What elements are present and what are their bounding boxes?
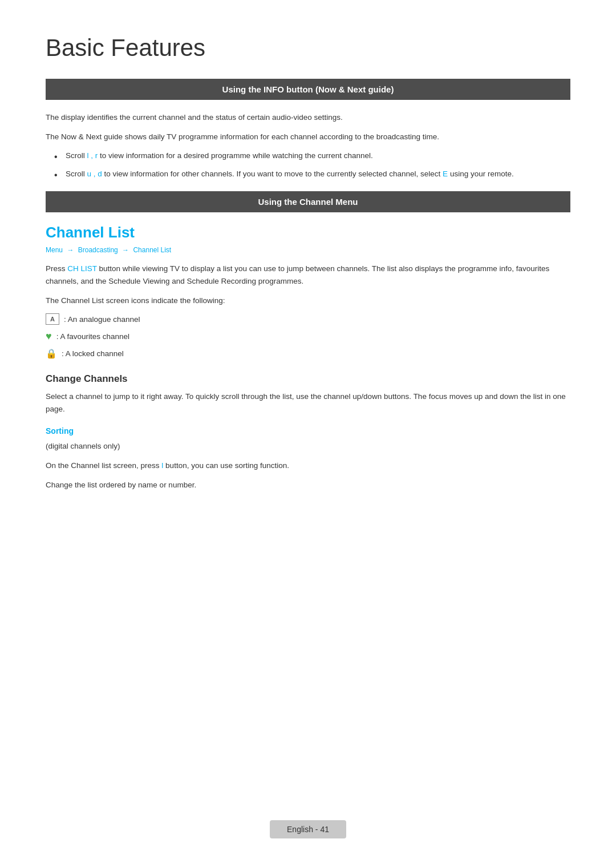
sorting-para2: Change the list ordered by name or numbe…	[46, 479, 570, 491]
change-channels-para: Select a channel to jump to it right awa…	[46, 390, 570, 415]
info-bullet-list: Scroll l , r to view information for a d…	[57, 150, 570, 180]
channel-list-para1-suffix: button while viewing TV to display a lis…	[46, 264, 549, 285]
channel-menu-header: Using the Channel Menu	[46, 191, 570, 212]
breadcrumb-broadcasting: Broadcasting	[78, 246, 118, 254]
info-bullet1: Scroll l , r to view information for a d…	[57, 150, 570, 162]
info-button-header: Using the INFO button (Now & Next guide)	[46, 79, 570, 100]
breadcrumb-menu: Menu	[46, 246, 63, 254]
info-para2: The Now & Next guide shows daily TV prog…	[46, 131, 570, 143]
page-container: Basic Features Using the INFO button (No…	[0, 0, 616, 867]
analogue-icon-text: : An analogue channel	[64, 315, 140, 324]
sorting-para1-suffix: button, you can use sorting function.	[163, 461, 289, 470]
page-title: Basic Features	[46, 34, 570, 62]
info-bullet2-prefix: Scroll	[66, 170, 87, 178]
change-channels-title: Change Channels	[46, 373, 570, 385]
icon-locked: 🔒 : A locked channel	[46, 348, 570, 359]
sorting-para1: On the Channel list screen, press l butt…	[46, 459, 570, 472]
info-bullet1-suffix: to view information for a desired progra…	[98, 151, 373, 160]
ch-list-key: CH LIST	[67, 264, 97, 273]
info-button-section: Using the INFO button (Now & Next guide)…	[46, 79, 570, 180]
heart-icon: ♥	[46, 330, 52, 342]
channel-list-title: Channel List	[46, 224, 570, 241]
sorting-digital-only: (digital channels only)	[46, 440, 570, 453]
channel-list-para2: The Channel List screen icons indicate t…	[46, 295, 570, 307]
info-bullet1-prefix: Scroll	[66, 151, 87, 160]
info-para1: The display identifies the current chann…	[46, 111, 570, 124]
info-bullet1-keys: l , r	[87, 151, 98, 160]
info-bullet2-suffix: to view information for other channels. …	[102, 170, 443, 178]
lock-icon: 🔒	[46, 348, 57, 359]
info-bullet2-keys: u , d	[87, 170, 102, 178]
favourites-icon-text: : A favourites channel	[56, 332, 129, 341]
info-bullet2-key2: E	[443, 170, 448, 178]
analogue-icon: A	[46, 313, 59, 325]
info-bullet2: Scroll u , d to view information for oth…	[57, 168, 570, 180]
channel-list-section: Channel List Menu → Broadcasting → Chann…	[46, 224, 570, 491]
channel-menu-section: Using the Channel Menu	[46, 191, 570, 212]
sorting-title: Sorting	[46, 426, 570, 435]
page-footer: English - 41	[270, 820, 346, 838]
breadcrumb-arrow2: →	[122, 246, 129, 254]
icon-favourites: ♥ : A favourites channel	[46, 330, 570, 342]
channel-list-para1-prefix: Press	[46, 264, 67, 273]
channel-list-para1: Press CH LIST button while viewing TV to…	[46, 263, 570, 287]
breadcrumb-arrow1: →	[67, 246, 74, 254]
sorting-para1-prefix: On the Channel list screen, press	[46, 461, 161, 470]
breadcrumb-channel-list: Channel List	[133, 246, 171, 254]
breadcrumb: Menu → Broadcasting → Channel List	[46, 246, 570, 254]
locked-icon-text: : A locked channel	[62, 349, 124, 358]
info-bullet2-end: using your remote.	[448, 170, 514, 178]
icon-analogue: A : An analogue channel	[46, 313, 570, 325]
